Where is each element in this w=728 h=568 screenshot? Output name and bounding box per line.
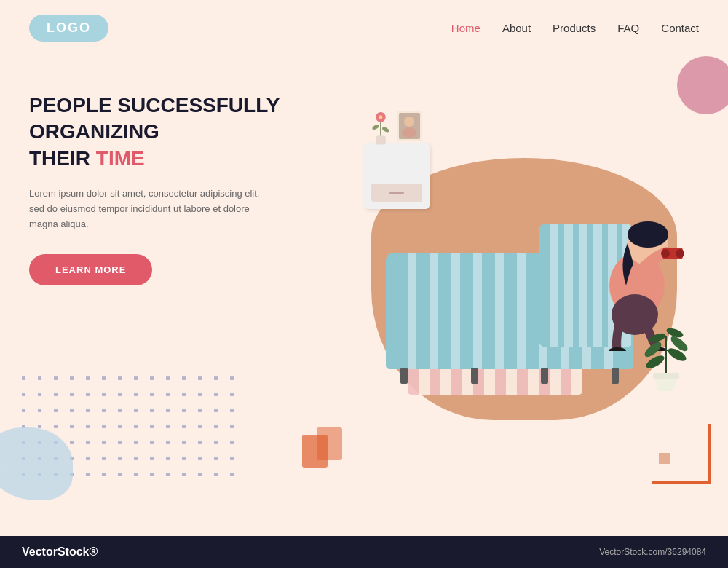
nav-home[interactable]: Home [451,22,480,34]
bed-stripe [495,253,504,369]
dot [166,425,170,428]
dot [198,473,202,476]
bed-leg [612,368,619,384]
dot [214,376,218,380]
dot [230,441,234,444]
dot [118,409,122,412]
dot [230,409,234,412]
headline-highlight: TIME [96,147,145,170]
dot [198,376,202,380]
dot [134,457,138,460]
dot [86,425,90,428]
dot [134,425,138,428]
dot [86,457,90,460]
dot [182,425,186,428]
dot [150,393,154,396]
dot [214,457,218,460]
dot [214,425,218,428]
bed-leg [400,368,408,384]
dot [166,457,170,460]
dot [102,393,106,396]
bed-stripe [430,253,438,369]
dot [182,473,186,476]
svg-point-9 [402,127,416,138]
dot [134,376,138,380]
dot [22,409,25,412]
dot [38,393,41,396]
dot [166,393,170,396]
dot [54,393,58,396]
dot [70,393,74,396]
dot [118,457,122,460]
nav-products[interactable]: Products [553,22,596,34]
dot [182,441,186,444]
dot [166,473,170,476]
bed-leg [541,368,548,384]
dot [150,409,154,412]
dot [198,425,202,428]
dot [198,393,202,396]
dot [214,409,218,412]
dot [70,425,74,428]
footer: VectorStock® VectorStock.com/36294084 [0,536,728,568]
headline-line1: PEOPLE SUCCESSFULLY ORGANIZING [29,94,280,143]
header: LOGO Home About Products FAQ Contact [0,0,728,49]
nightstand-drawer [371,184,422,202]
dot [86,376,90,380]
dot [134,441,138,444]
book-squares-decoration [302,427,349,471]
svg-rect-29 [317,427,342,460]
dot [54,425,58,428]
svg-point-8 [404,117,414,127]
dot [198,441,202,444]
bed-stripe [408,253,416,369]
photo-frame [397,111,422,141]
learn-more-button[interactable]: LEARN MORE [29,254,152,285]
dot [38,376,41,380]
hero-body: Lorem ipsum dolor sit amet, consectetur … [29,186,262,232]
dot [230,425,234,428]
dot [70,376,74,380]
dot [86,441,90,444]
dot [182,457,186,460]
dot [86,409,90,412]
dot [182,409,186,412]
dot [166,441,170,444]
dot [118,441,122,444]
svg-point-5 [381,126,389,133]
nav-about[interactable]: About [502,22,531,34]
nav-faq[interactable]: FAQ [617,22,639,34]
dot [102,425,106,428]
dot [54,409,58,412]
dot [182,376,186,380]
dot [102,409,106,412]
navigation: Home About Products FAQ Contact [451,22,699,34]
headline-line2-prefix: THEIR [29,147,96,170]
dot [102,473,106,476]
dot [38,409,41,412]
dot [150,376,154,380]
dot [22,376,25,380]
geo-orange-decoration [644,417,717,504]
footer-brand: VectorStock® [22,545,98,559]
bed-legs [400,368,619,384]
dot [54,376,58,380]
dot [102,441,106,444]
svg-rect-27 [659,453,670,464]
nav-contact[interactable]: Contact [661,22,699,34]
svg-point-3 [379,115,382,119]
dot [230,457,234,460]
dot [150,441,154,444]
dot [214,473,218,476]
dot [86,473,90,476]
floor-plant [637,322,695,395]
dot [86,393,90,396]
dot [230,393,234,396]
main-content: PEOPLE SUCCESSFULLY ORGANIZING THEIR TIM… [0,49,728,544]
dot [134,409,138,412]
svg-point-4 [371,124,379,131]
dot [230,473,234,476]
headline: PEOPLE SUCCESSFULLY ORGANIZING THEIR TIM… [29,92,306,172]
logo[interactable]: LOGO [29,15,108,42]
dot [150,457,154,460]
